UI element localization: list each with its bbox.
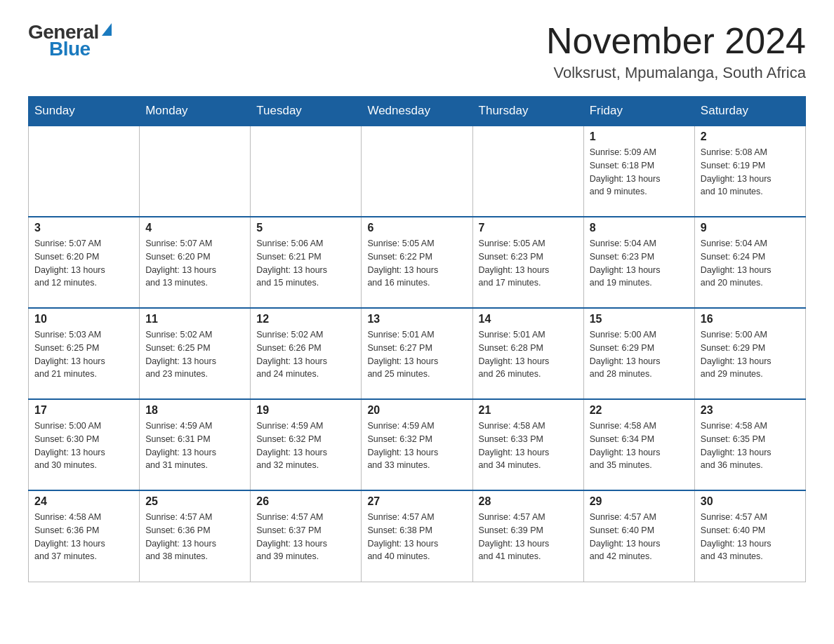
week-row-4: 17Sunrise: 5:00 AMSunset: 6:30 PMDayligh…	[29, 399, 806, 490]
calendar-cell: 11Sunrise: 5:02 AMSunset: 6:25 PMDayligh…	[140, 308, 251, 399]
calendar-cell: 15Sunrise: 5:00 AMSunset: 6:29 PMDayligh…	[583, 308, 694, 399]
day-info: Sunrise: 5:04 AMSunset: 6:24 PMDaylight:…	[701, 237, 800, 290]
day-number: 13	[367, 313, 466, 326]
day-number: 25	[145, 495, 244, 508]
day-number: 18	[145, 404, 244, 417]
day-info: Sunrise: 5:06 AMSunset: 6:21 PMDaylight:…	[256, 237, 355, 290]
calendar-header-saturday: Saturday	[694, 97, 805, 126]
day-info: Sunrise: 5:07 AMSunset: 6:20 PMDaylight:…	[34, 237, 133, 290]
day-number: 20	[367, 404, 466, 417]
day-info: Sunrise: 5:05 AMSunset: 6:23 PMDaylight:…	[479, 237, 578, 290]
calendar-cell: 30Sunrise: 4:57 AMSunset: 6:40 PMDayligh…	[694, 490, 805, 582]
calendar-cell: 10Sunrise: 5:03 AMSunset: 6:25 PMDayligh…	[29, 308, 140, 399]
calendar-cell: 18Sunrise: 4:59 AMSunset: 6:31 PMDayligh…	[140, 399, 251, 490]
calendar-cell	[29, 126, 140, 217]
day-number: 24	[34, 495, 133, 508]
calendar-cell: 27Sunrise: 4:57 AMSunset: 6:38 PMDayligh…	[362, 490, 472, 582]
day-number: 11	[145, 313, 244, 326]
calendar-cell	[362, 126, 472, 217]
week-row-2: 3Sunrise: 5:07 AMSunset: 6:20 PMDaylight…	[29, 217, 806, 308]
calendar-cell: 28Sunrise: 4:57 AMSunset: 6:39 PMDayligh…	[472, 490, 583, 582]
calendar-cell: 7Sunrise: 5:05 AMSunset: 6:23 PMDaylight…	[472, 217, 583, 308]
page-header: General Blue November 2024 Volksrust, Mp…	[28, 21, 806, 82]
calendar-cell: 21Sunrise: 4:58 AMSunset: 6:33 PMDayligh…	[472, 399, 583, 490]
calendar-cell: 22Sunrise: 4:58 AMSunset: 6:34 PMDayligh…	[583, 399, 694, 490]
calendar-header-thursday: Thursday	[472, 97, 583, 126]
day-info: Sunrise: 4:57 AMSunset: 6:39 PMDaylight:…	[479, 511, 578, 563]
calendar-cell: 1Sunrise: 5:09 AMSunset: 6:18 PMDaylight…	[583, 126, 694, 217]
location-subtitle: Volksrust, Mpumalanga, South Africa	[546, 64, 806, 82]
calendar-cell: 19Sunrise: 4:59 AMSunset: 6:32 PMDayligh…	[251, 399, 362, 490]
week-row-5: 24Sunrise: 4:58 AMSunset: 6:36 PMDayligh…	[29, 490, 806, 582]
week-row-3: 10Sunrise: 5:03 AMSunset: 6:25 PMDayligh…	[29, 308, 806, 399]
day-number: 7	[479, 222, 578, 234]
calendar-cell: 5Sunrise: 5:06 AMSunset: 6:21 PMDaylight…	[251, 217, 362, 308]
calendar-cell: 16Sunrise: 5:00 AMSunset: 6:29 PMDayligh…	[694, 308, 805, 399]
day-info: Sunrise: 5:00 AMSunset: 6:30 PMDaylight:…	[34, 420, 133, 472]
calendar-cell: 4Sunrise: 5:07 AMSunset: 6:20 PMDaylight…	[140, 217, 251, 308]
logo-triangle-icon	[102, 23, 112, 36]
day-number: 15	[590, 313, 689, 326]
day-number: 12	[256, 313, 355, 326]
day-number: 10	[34, 313, 133, 326]
day-info: Sunrise: 4:57 AMSunset: 6:37 PMDaylight:…	[256, 511, 355, 563]
day-number: 30	[701, 495, 800, 508]
day-info: Sunrise: 5:02 AMSunset: 6:26 PMDaylight:…	[256, 328, 355, 381]
day-info: Sunrise: 5:09 AMSunset: 6:18 PMDaylight:…	[590, 146, 689, 199]
calendar-cell	[140, 126, 251, 217]
calendar-header-friday: Friday	[583, 97, 694, 126]
day-info: Sunrise: 4:58 AMSunset: 6:36 PMDaylight:…	[34, 511, 133, 563]
day-number: 9	[701, 222, 800, 234]
calendar-cell	[472, 126, 583, 217]
calendar-cell: 3Sunrise: 5:07 AMSunset: 6:20 PMDaylight…	[29, 217, 140, 308]
calendar-table: SundayMondayTuesdayWednesdayThursdayFrid…	[28, 96, 806, 582]
day-info: Sunrise: 5:01 AMSunset: 6:27 PMDaylight:…	[367, 328, 466, 381]
day-info: Sunrise: 5:07 AMSunset: 6:20 PMDaylight:…	[145, 237, 244, 290]
calendar-header-row: SundayMondayTuesdayWednesdayThursdayFrid…	[29, 97, 806, 126]
day-info: Sunrise: 4:57 AMSunset: 6:40 PMDaylight:…	[590, 511, 689, 563]
day-number: 4	[145, 222, 244, 234]
logo-blue-text: Blue	[28, 38, 91, 60]
day-number: 23	[701, 404, 800, 417]
calendar-cell: 17Sunrise: 5:00 AMSunset: 6:30 PMDayligh…	[29, 399, 140, 490]
day-number: 27	[367, 495, 466, 508]
calendar-cell: 23Sunrise: 4:58 AMSunset: 6:35 PMDayligh…	[694, 399, 805, 490]
calendar-header-tuesday: Tuesday	[251, 97, 362, 126]
day-number: 1	[590, 130, 689, 143]
day-info: Sunrise: 5:00 AMSunset: 6:29 PMDaylight:…	[590, 328, 689, 381]
day-info: Sunrise: 5:02 AMSunset: 6:25 PMDaylight:…	[145, 328, 244, 381]
day-info: Sunrise: 4:57 AMSunset: 6:40 PMDaylight:…	[701, 511, 800, 563]
calendar-cell: 13Sunrise: 5:01 AMSunset: 6:27 PMDayligh…	[362, 308, 472, 399]
week-row-1: 1Sunrise: 5:09 AMSunset: 6:18 PMDaylight…	[29, 126, 806, 217]
day-number: 14	[479, 313, 578, 326]
calendar-cell: 14Sunrise: 5:01 AMSunset: 6:28 PMDayligh…	[472, 308, 583, 399]
day-info: Sunrise: 4:57 AMSunset: 6:38 PMDaylight:…	[367, 511, 466, 563]
day-number: 16	[701, 313, 800, 326]
calendar-header-wednesday: Wednesday	[362, 97, 472, 126]
day-info: Sunrise: 5:08 AMSunset: 6:19 PMDaylight:…	[701, 146, 800, 199]
day-number: 29	[590, 495, 689, 508]
calendar-cell: 12Sunrise: 5:02 AMSunset: 6:26 PMDayligh…	[251, 308, 362, 399]
calendar-cell: 6Sunrise: 5:05 AMSunset: 6:22 PMDaylight…	[362, 217, 472, 308]
day-info: Sunrise: 4:59 AMSunset: 6:32 PMDaylight:…	[256, 420, 355, 472]
day-number: 6	[367, 222, 466, 234]
day-info: Sunrise: 4:57 AMSunset: 6:36 PMDaylight:…	[145, 511, 244, 563]
calendar-cell: 20Sunrise: 4:59 AMSunset: 6:32 PMDayligh…	[362, 399, 472, 490]
day-info: Sunrise: 4:58 AMSunset: 6:34 PMDaylight:…	[590, 420, 689, 472]
month-title: November 2024	[546, 21, 806, 61]
day-number: 26	[256, 495, 355, 508]
calendar-header-sunday: Sunday	[29, 97, 140, 126]
calendar-cell: 2Sunrise: 5:08 AMSunset: 6:19 PMDaylight…	[694, 126, 805, 217]
day-info: Sunrise: 5:00 AMSunset: 6:29 PMDaylight:…	[701, 328, 800, 381]
calendar-cell: 25Sunrise: 4:57 AMSunset: 6:36 PMDayligh…	[140, 490, 251, 582]
day-number: 17	[34, 404, 133, 417]
calendar-cell: 9Sunrise: 5:04 AMSunset: 6:24 PMDaylight…	[694, 217, 805, 308]
day-info: Sunrise: 4:58 AMSunset: 6:35 PMDaylight:…	[701, 420, 800, 472]
logo: General Blue	[28, 21, 112, 60]
day-info: Sunrise: 5:01 AMSunset: 6:28 PMDaylight:…	[479, 328, 578, 381]
day-number: 5	[256, 222, 355, 234]
day-number: 21	[479, 404, 578, 417]
calendar-cell: 26Sunrise: 4:57 AMSunset: 6:37 PMDayligh…	[251, 490, 362, 582]
calendar-header-monday: Monday	[140, 97, 251, 126]
calendar-cell: 8Sunrise: 5:04 AMSunset: 6:23 PMDaylight…	[583, 217, 694, 308]
